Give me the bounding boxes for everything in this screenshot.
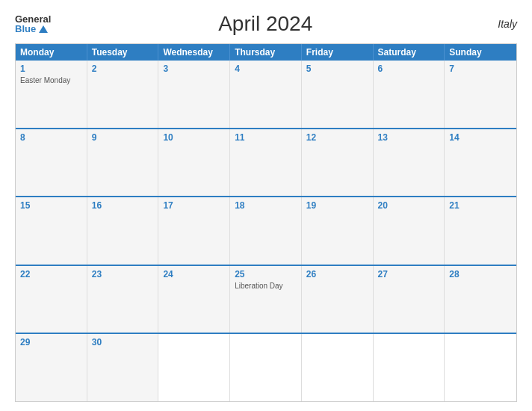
calendar-day (302, 334, 374, 401)
day-number: 11 (235, 132, 297, 143)
day-of-week-sunday: Sunday (445, 44, 516, 61)
day-of-week-friday: Friday (302, 44, 374, 61)
day-of-week-saturday: Saturday (374, 44, 445, 61)
calendar-day: 1Easter Monday (16, 61, 87, 128)
calendar-day: 29 (16, 334, 87, 401)
calendar-day: 2 (87, 61, 159, 128)
day-number: 3 (163, 64, 225, 74)
calendar-header: MondayTuesdayWednesdayThursdayFridaySatu… (16, 44, 516, 61)
day-event: Liberation Day (235, 281, 297, 291)
calendar-day: 25Liberation Day (230, 266, 302, 333)
day-event: Easter Monday (20, 75, 82, 85)
calendar-day: 24 (158, 266, 230, 333)
calendar-day: 17 (158, 197, 230, 265)
calendar: MondayTuesdayWednesdayThursdayFridaySatu… (15, 43, 517, 402)
day-of-week-tuesday: Tuesday (87, 44, 159, 61)
day-number: 13 (378, 132, 440, 143)
calendar-week-1: 1Easter Monday234567 (16, 61, 516, 128)
calendar-day: 26 (302, 266, 374, 333)
header: General Blue April 2024 Italy (15, 12, 517, 36)
day-number: 22 (20, 269, 82, 279)
page: General Blue April 2024 Italy MondayTues… (0, 0, 532, 411)
calendar-day: 10 (158, 129, 230, 197)
calendar-day: 11 (230, 129, 302, 197)
day-of-week-thursday: Thursday (230, 44, 302, 61)
calendar-week-5: 2930 (16, 333, 516, 401)
day-number: 2 (92, 64, 154, 74)
calendar-day: 8 (16, 129, 87, 197)
calendar-day: 16 (87, 197, 159, 265)
logo-triangle-icon (39, 25, 48, 33)
day-number: 30 (92, 337, 154, 347)
calendar-day: 12 (302, 129, 374, 197)
day-number: 8 (20, 132, 82, 143)
day-of-week-wednesday: Wednesday (158, 44, 230, 61)
calendar-day: 22 (16, 266, 87, 333)
day-number: 20 (378, 200, 440, 211)
calendar-day (374, 334, 445, 401)
calendar-day: 27 (374, 266, 445, 333)
calendar-title: April 2024 (51, 12, 480, 36)
calendar-body: 1Easter Monday23456789101112131415161718… (16, 61, 516, 401)
day-number: 18 (235, 200, 297, 211)
day-number: 10 (163, 132, 225, 143)
day-number: 1 (20, 64, 82, 74)
calendar-day: 21 (445, 197, 516, 265)
day-number: 16 (92, 200, 154, 211)
calendar-week-2: 891011121314 (16, 128, 516, 197)
day-number: 9 (92, 132, 154, 143)
calendar-day: 4 (230, 61, 302, 128)
calendar-day (230, 334, 302, 401)
calendar-day: 18 (230, 197, 302, 265)
logo-blue-text: Blue (15, 24, 48, 34)
calendar-day: 7 (445, 61, 516, 128)
day-number: 26 (306, 269, 368, 279)
calendar-week-4: 22232425Liberation Day262728 (16, 265, 516, 333)
calendar-day (158, 334, 230, 401)
day-number: 27 (378, 269, 440, 279)
day-number: 19 (306, 200, 368, 211)
calendar-day (445, 334, 516, 401)
calendar-day: 5 (302, 61, 374, 128)
calendar-day: 15 (16, 197, 87, 265)
day-number: 6 (378, 64, 440, 74)
calendar-day: 19 (302, 197, 374, 265)
calendar-day: 30 (87, 334, 159, 401)
calendar-day: 3 (158, 61, 230, 128)
day-number: 21 (449, 200, 512, 211)
logo: General Blue (15, 14, 51, 34)
day-number: 7 (449, 64, 512, 74)
day-number: 17 (163, 200, 225, 211)
calendar-day: 14 (445, 129, 516, 197)
calendar-day: 6 (374, 61, 445, 128)
day-number: 25 (235, 269, 297, 279)
day-number: 12 (306, 132, 368, 143)
day-number: 28 (449, 269, 512, 279)
day-number: 15 (20, 200, 82, 211)
calendar-day: 23 (87, 266, 159, 333)
calendar-day: 9 (87, 129, 159, 197)
day-number: 24 (163, 269, 225, 279)
calendar-day: 20 (374, 197, 445, 265)
calendar-week-3: 15161718192021 (16, 196, 516, 265)
day-number: 5 (306, 64, 368, 74)
country-label: Italy (480, 18, 517, 30)
day-number: 23 (92, 269, 154, 279)
day-number: 29 (20, 337, 82, 347)
day-of-week-monday: Monday (16, 44, 87, 61)
calendar-day: 13 (374, 129, 445, 197)
day-number: 14 (449, 132, 512, 143)
calendar-day: 28 (445, 266, 516, 333)
day-number: 4 (235, 64, 297, 74)
